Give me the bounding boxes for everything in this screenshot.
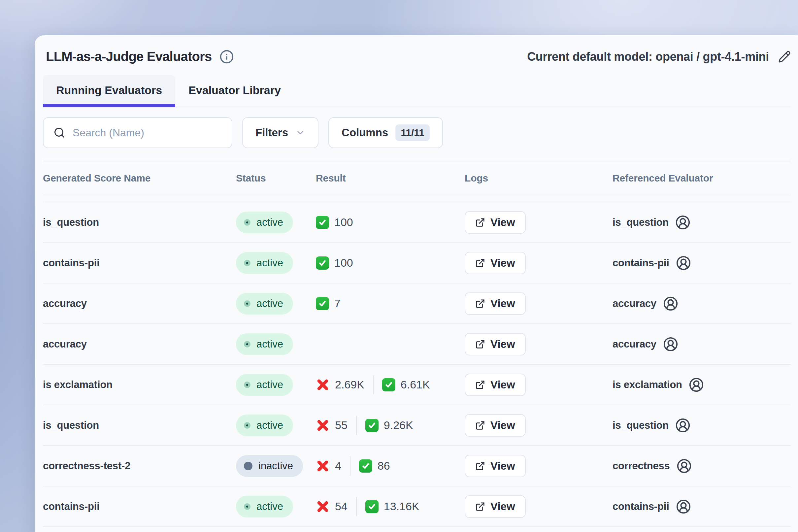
fail-cross-icon [316,418,330,432]
score-name: is_question [43,419,236,431]
external-link-icon [475,217,485,227]
panel-header: LLM-as-a-Judge Evaluators Current defaul… [43,49,791,64]
user-circle-icon [676,499,691,514]
fail-cross-icon [316,500,330,514]
view-label: View [490,216,515,229]
view-label: View [490,500,515,513]
view-logs-button[interactable]: View [465,374,526,396]
result-cell: 4 86 [316,456,465,476]
view-logs-button[interactable]: View [465,333,526,356]
status-dot-icon [244,300,250,307]
tab-bar: Running Evaluators Evaluator Library [43,75,791,107]
fail-group: 55 [316,418,347,432]
fail-count: 54 [335,500,347,513]
result-divider [350,456,350,476]
status-badge: active [236,212,293,233]
result-cell: 2.69K 6.61K [316,375,465,394]
status-dot-icon [244,260,250,266]
status-label: active [256,298,283,309]
pass-count: 100 [334,216,353,229]
pass-group: 9.26K [365,419,413,432]
result-cell: 55 9.26K [316,416,465,435]
fail-cross-icon [316,459,330,473]
table-row: is_question active 55 9.26K Vie [43,405,791,446]
pass-group: 6.61K [382,378,430,392]
pass-check-icon [365,500,379,513]
pass-check-icon [382,378,395,392]
view-logs-button[interactable]: View [465,495,526,518]
referenced-evaluator-name: accuracy [612,338,657,350]
view-label: View [490,460,515,472]
tab-evaluator-library[interactable]: Evaluator Library [175,75,294,107]
pass-count: 13.16K [384,500,419,513]
filters-button[interactable]: Filters [242,117,319,148]
pass-group: 86 [359,459,390,473]
score-name: accuracy [43,298,236,309]
pass-check-icon [316,297,329,310]
status-badge: active [236,252,293,274]
user-circle-icon [663,337,678,352]
pass-check-icon [359,459,372,473]
edit-model-pencil-icon[interactable] [778,51,791,63]
status-dot-icon [244,503,250,510]
status-badge: active [236,496,293,517]
status-label: active [256,257,283,269]
view-logs-button[interactable]: View [465,455,526,477]
columns-label: Columns [342,127,388,139]
table-row: correctness-test-2 inactive 4 86 [43,446,791,487]
result-divider [356,416,357,435]
search-box [43,117,232,148]
tab-running-evaluators[interactable]: Running Evaluators [43,75,175,107]
user-circle-icon [663,296,678,311]
page-title: LLM-as-a-Judge Evaluators [46,49,212,64]
view-logs-button[interactable]: View [465,414,526,437]
info-icon[interactable] [220,50,234,64]
user-circle-icon [689,377,704,393]
score-name: accuracy [43,338,236,350]
fail-group: 2.69K [316,378,364,392]
result-cell: 100 [316,216,465,229]
default-model: Current default model: openai / gpt-4.1-… [527,50,791,64]
status-badge: active [236,293,293,315]
status-label: active [256,338,283,350]
table-row: is_question active 100 View is_q [43,202,791,243]
result-cell: 7 [316,297,465,310]
score-name: contains-pii [43,257,236,269]
status-dot-icon [244,422,250,429]
table-row: accuracy active View accuracy [43,324,791,365]
pass-check-icon [316,256,329,270]
referenced-evaluator-name: is exclamation [612,379,682,391]
view-label: View [490,297,515,310]
view-logs-button[interactable]: View [465,292,526,315]
external-link-icon [475,258,485,268]
search-input[interactable] [73,127,222,139]
score-name: correctness-test-2 [43,460,236,472]
pass-group: 100 [316,216,353,229]
status-label: active [256,419,283,431]
status-badge: active [236,374,293,396]
external-link-icon [475,299,485,308]
external-link-icon [475,380,485,390]
status-dot-icon [244,219,250,226]
view-logs-button[interactable]: View [465,211,526,234]
chevron-down-icon [296,128,305,138]
referenced-evaluator-name: contains-pii [612,501,669,513]
fail-count: 55 [335,419,347,432]
result-divider [373,375,374,394]
score-name: is exclamation [43,379,236,391]
status-label: active [256,501,283,513]
pass-count: 86 [378,459,390,472]
referenced-evaluator-name: is_question [612,419,669,431]
status-badge: active [236,333,293,355]
table-row: accuracy active 7 View accuracy [43,284,791,324]
view-label: View [490,419,515,432]
status-dot-icon [244,381,250,388]
pass-count: 100 [334,256,353,269]
view-logs-button[interactable]: View [465,252,526,274]
columns-button[interactable]: Columns 11/11 [328,117,443,148]
table-body: is_question active 100 View is_q [43,202,791,527]
pass-check-icon [316,216,329,229]
referenced-evaluator-name: contains-pii [612,257,669,269]
table-toolbar: Filters Columns 11/11 [43,117,791,148]
fail-count: 2.69K [335,378,364,391]
